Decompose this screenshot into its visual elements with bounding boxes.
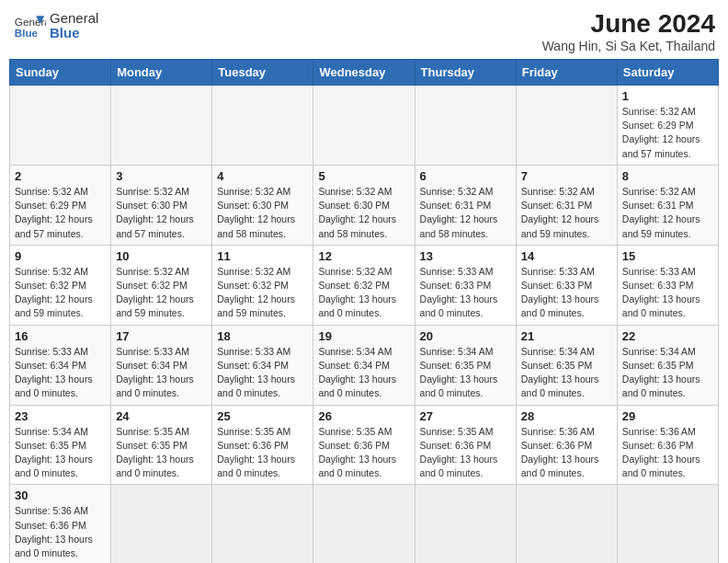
day-number: 6: [420, 169, 511, 183]
day-info: Sunrise: 5:32 AM Sunset: 6:31 PM Dayligh…: [622, 185, 713, 241]
header: General Blue General Blue June 2024 Wang…: [9, 9, 719, 53]
day-cell: 28Sunrise: 5:36 AM Sunset: 6:36 PM Dayli…: [516, 405, 617, 485]
day-number: 24: [116, 409, 207, 423]
day-number: 30: [15, 488, 106, 502]
day-number: 5: [318, 169, 409, 183]
weekday-header-wednesday: Wednesday: [313, 60, 415, 86]
day-number: 26: [318, 409, 409, 423]
day-info: Sunrise: 5:34 AM Sunset: 6:35 PM Dayligh…: [521, 345, 612, 401]
day-info: Sunrise: 5:33 AM Sunset: 6:34 PM Dayligh…: [217, 345, 308, 401]
day-cell: 10Sunrise: 5:32 AM Sunset: 6:32 PM Dayli…: [111, 245, 212, 325]
day-cell: 26Sunrise: 5:35 AM Sunset: 6:36 PM Dayli…: [313, 405, 415, 485]
day-number: 12: [318, 249, 409, 263]
week-row-2: 2Sunrise: 5:32 AM Sunset: 6:29 PM Daylig…: [10, 165, 719, 245]
day-info: Sunrise: 5:33 AM Sunset: 6:34 PM Dayligh…: [116, 345, 207, 401]
day-cell: 27Sunrise: 5:35 AM Sunset: 6:36 PM Dayli…: [415, 405, 516, 485]
day-number: 27: [420, 409, 511, 423]
day-number: 4: [217, 169, 308, 183]
day-cell: 12Sunrise: 5:32 AM Sunset: 6:32 PM Dayli…: [313, 245, 415, 325]
day-cell: [111, 485, 212, 563]
day-info: Sunrise: 5:34 AM Sunset: 6:35 PM Dayligh…: [622, 345, 713, 401]
day-info: Sunrise: 5:36 AM Sunset: 6:36 PM Dayligh…: [521, 425, 612, 481]
day-cell: [10, 86, 111, 166]
weekday-header-monday: Monday: [111, 60, 212, 86]
day-number: 19: [318, 329, 409, 343]
day-cell: 15Sunrise: 5:33 AM Sunset: 6:33 PM Dayli…: [617, 245, 718, 325]
weekday-header-row: SundayMondayTuesdayWednesdayThursdayFrid…: [10, 60, 719, 86]
week-row-6: 30Sunrise: 5:36 AM Sunset: 6:36 PM Dayli…: [10, 485, 719, 563]
day-info: Sunrise: 5:32 AM Sunset: 6:32 PM Dayligh…: [116, 265, 207, 321]
day-number: 7: [521, 169, 612, 183]
day-cell: 5Sunrise: 5:32 AM Sunset: 6:30 PM Daylig…: [313, 165, 415, 245]
weekday-header-friday: Friday: [516, 60, 617, 86]
day-info: Sunrise: 5:33 AM Sunset: 6:33 PM Dayligh…: [622, 265, 713, 321]
weekday-header-saturday: Saturday: [617, 60, 718, 86]
day-info: Sunrise: 5:32 AM Sunset: 6:32 PM Dayligh…: [318, 265, 409, 321]
day-cell: 19Sunrise: 5:34 AM Sunset: 6:34 PM Dayli…: [313, 325, 415, 405]
day-info: Sunrise: 5:35 AM Sunset: 6:36 PM Dayligh…: [217, 425, 308, 481]
day-info: Sunrise: 5:33 AM Sunset: 6:33 PM Dayligh…: [420, 265, 511, 321]
day-cell: 22Sunrise: 5:34 AM Sunset: 6:35 PM Dayli…: [617, 325, 718, 405]
day-info: Sunrise: 5:35 AM Sunset: 6:36 PM Dayligh…: [318, 425, 409, 481]
weekday-header-tuesday: Tuesday: [212, 60, 313, 86]
day-info: Sunrise: 5:32 AM Sunset: 6:32 PM Dayligh…: [217, 265, 308, 321]
day-number: 21: [521, 329, 612, 343]
logo-blue: Blue: [50, 26, 98, 41]
day-number: 22: [622, 329, 713, 343]
day-cell: 23Sunrise: 5:34 AM Sunset: 6:35 PM Dayli…: [10, 405, 111, 485]
day-number: 13: [420, 249, 511, 263]
day-info: Sunrise: 5:36 AM Sunset: 6:36 PM Dayligh…: [15, 504, 106, 560]
day-number: 3: [116, 169, 207, 183]
day-number: 10: [116, 249, 207, 263]
day-number: 9: [15, 249, 106, 263]
day-cell: 1Sunrise: 5:32 AM Sunset: 6:29 PM Daylig…: [617, 86, 718, 166]
day-number: 18: [217, 329, 308, 343]
logo: General Blue General Blue: [13, 9, 98, 42]
day-cell: [313, 485, 415, 563]
day-cell: [111, 86, 212, 166]
day-number: 14: [521, 249, 612, 263]
day-number: 25: [217, 409, 308, 423]
day-cell: [516, 86, 617, 166]
day-cell: [212, 86, 313, 166]
logo-general: General: [50, 11, 98, 27]
day-cell: [415, 485, 516, 563]
day-cell: 4Sunrise: 5:32 AM Sunset: 6:30 PM Daylig…: [212, 165, 313, 245]
day-cell: 21Sunrise: 5:34 AM Sunset: 6:35 PM Dayli…: [516, 325, 617, 405]
weekday-header-sunday: Sunday: [10, 60, 111, 86]
day-cell: 17Sunrise: 5:33 AM Sunset: 6:34 PM Dayli…: [111, 325, 212, 405]
day-number: 17: [116, 329, 207, 343]
day-info: Sunrise: 5:32 AM Sunset: 6:30 PM Dayligh…: [217, 185, 308, 241]
day-info: Sunrise: 5:32 AM Sunset: 6:29 PM Dayligh…: [622, 105, 713, 161]
subtitle: Wang Hin, Si Sa Ket, Thailand: [542, 39, 715, 53]
day-cell: 8Sunrise: 5:32 AM Sunset: 6:31 PM Daylig…: [617, 165, 718, 245]
day-info: Sunrise: 5:33 AM Sunset: 6:33 PM Dayligh…: [521, 265, 612, 321]
day-info: Sunrise: 5:35 AM Sunset: 6:35 PM Dayligh…: [116, 425, 207, 481]
day-cell: 20Sunrise: 5:34 AM Sunset: 6:35 PM Dayli…: [415, 325, 516, 405]
day-cell: 6Sunrise: 5:32 AM Sunset: 6:31 PM Daylig…: [415, 165, 516, 245]
day-cell: 13Sunrise: 5:33 AM Sunset: 6:33 PM Dayli…: [415, 245, 516, 325]
day-info: Sunrise: 5:34 AM Sunset: 6:34 PM Dayligh…: [318, 345, 409, 401]
day-number: 11: [217, 249, 308, 263]
day-cell: 9Sunrise: 5:32 AM Sunset: 6:32 PM Daylig…: [10, 245, 111, 325]
main-title: June 2024: [542, 9, 715, 39]
day-cell: 24Sunrise: 5:35 AM Sunset: 6:35 PM Dayli…: [111, 405, 212, 485]
week-row-5: 23Sunrise: 5:34 AM Sunset: 6:35 PM Dayli…: [10, 405, 719, 485]
week-row-1: 1Sunrise: 5:32 AM Sunset: 6:29 PM Daylig…: [10, 86, 719, 166]
day-cell: 25Sunrise: 5:35 AM Sunset: 6:36 PM Dayli…: [212, 405, 313, 485]
day-cell: 7Sunrise: 5:32 AM Sunset: 6:31 PM Daylig…: [516, 165, 617, 245]
day-cell: [313, 86, 415, 166]
day-cell: 3Sunrise: 5:32 AM Sunset: 6:30 PM Daylig…: [111, 165, 212, 245]
day-number: 23: [15, 409, 106, 423]
logo-icon: General Blue: [13, 9, 46, 42]
day-number: 28: [521, 409, 612, 423]
day-number: 1: [622, 89, 713, 103]
day-info: Sunrise: 5:36 AM Sunset: 6:36 PM Dayligh…: [622, 425, 713, 481]
day-number: 29: [622, 409, 713, 423]
day-info: Sunrise: 5:32 AM Sunset: 6:30 PM Dayligh…: [116, 185, 207, 241]
day-cell: [415, 86, 516, 166]
svg-text:Blue: Blue: [15, 27, 39, 39]
day-info: Sunrise: 5:32 AM Sunset: 6:30 PM Dayligh…: [318, 185, 409, 241]
day-cell: [212, 485, 313, 563]
week-row-4: 16Sunrise: 5:33 AM Sunset: 6:34 PM Dayli…: [10, 325, 719, 405]
